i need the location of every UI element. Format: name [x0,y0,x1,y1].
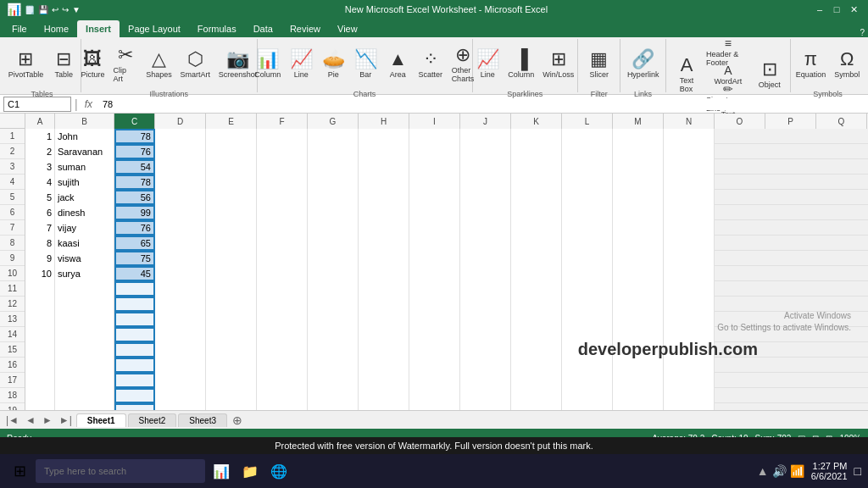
col-header-h[interactable]: H [359,114,409,129]
cell-f11[interactable] [257,281,308,297]
cell-d14[interactable] [155,327,206,342]
cell-d13[interactable] [155,312,206,327]
row-num-4[interactable]: 4 [0,175,25,190]
text-box-button[interactable]: A TextBox [671,51,702,98]
cell-f18[interactable] [257,388,308,403]
row-num-16[interactable]: 16 [0,358,25,373]
cell-l18[interactable] [562,388,613,403]
cell-c1[interactable]: 78 [114,129,155,144]
cell-n6[interactable] [664,205,715,220]
cell-c7[interactable]: 76 [114,220,155,236]
cell-e5[interactable] [206,190,257,205]
tab-view[interactable]: View [329,20,366,37]
cell-l17[interactable] [562,373,613,388]
cell-a17[interactable] [25,373,55,388]
cell-f19[interactable] [257,403,308,410]
cell-b10[interactable]: surya [55,266,114,281]
cell-a9[interactable]: 9 [25,251,55,266]
cell-g1[interactable] [308,129,359,144]
cell-l19[interactable] [562,403,613,410]
cell-e6[interactable] [206,205,257,220]
cell-g8[interactable] [308,236,359,251]
cell-e15[interactable] [206,342,257,358]
cell-j4[interactable] [460,175,511,190]
cell-d5[interactable] [155,190,206,205]
tab-insert[interactable]: Insert [77,20,120,37]
header-footer-button[interactable]: ≡ Header & Footer [704,41,753,63]
slicer-button[interactable]: ▦ Slicer [584,41,615,88]
cell-e17[interactable] [206,373,257,388]
cell-a13[interactable] [25,312,55,327]
row-num-7[interactable]: 7 [0,220,25,236]
cell-e11[interactable] [206,281,257,297]
cell-n18[interactable] [664,388,715,403]
cell-d8[interactable] [155,236,206,251]
col-header-e[interactable]: E [206,114,257,129]
cell-d1[interactable] [155,129,206,144]
equation-button[interactable]: π Equation [793,41,830,88]
col-header-m[interactable]: M [613,114,664,129]
sheet-tab-1[interactable]: Sheet1 [76,413,126,427]
column-chart-button[interactable]: 📊 Column [251,41,284,88]
cell-b6[interactable]: dinesh [55,205,114,220]
cell-j18[interactable] [460,388,511,403]
row-num-14[interactable]: 14 [0,327,25,342]
cell-k10[interactable] [511,266,562,281]
cell-i3[interactable] [409,159,460,175]
cell-n10[interactable] [664,266,715,281]
cell-m2[interactable] [613,144,664,159]
cell-d19[interactable] [155,403,206,410]
sheet-nav-first[interactable]: |◄ [3,414,21,426]
cell-i19[interactable] [409,403,460,410]
cell-k1[interactable] [511,129,562,144]
cell-n3[interactable] [664,159,715,175]
area-chart-button[interactable]: ▲ Area [382,41,413,88]
cell-a10[interactable]: 10 [25,266,55,281]
cell-d3[interactable] [155,159,206,175]
cell-e12[interactable] [206,297,257,312]
sheet-add-button[interactable]: ⊕ [229,413,246,427]
cell-a3[interactable]: 3 [25,159,55,175]
cell-m10[interactable] [613,266,664,281]
cell-g15[interactable] [308,342,359,358]
cell-j9[interactable] [460,251,511,266]
cell-k2[interactable] [511,144,562,159]
sheet-nav-next[interactable]: ► [40,414,55,426]
cell-g18[interactable] [308,388,359,403]
cell-j2[interactable] [460,144,511,159]
sparkline-winloss-button[interactable]: ⊞ Win/Loss [539,41,577,88]
cell-a19[interactable] [25,403,55,410]
tab-file[interactable]: File [3,20,36,37]
cell-a5[interactable]: 5 [25,190,55,205]
row-num-15[interactable]: 15 [0,342,25,358]
cell-a18[interactable] [25,388,55,403]
cell-g10[interactable] [308,266,359,281]
sparkline-column-button[interactable]: ▐ Column [504,41,537,88]
cell-k18[interactable] [511,388,562,403]
cell-a15[interactable] [25,342,55,358]
cell-j13[interactable] [460,312,511,327]
cell-m15[interactable] [613,342,664,358]
row-num-11[interactable]: 11 [0,281,25,297]
cell-g12[interactable] [308,297,359,312]
cell-g2[interactable] [308,144,359,159]
cell-d4[interactable] [155,175,206,190]
cell-n19[interactable] [664,403,715,410]
cell-i10[interactable] [409,266,460,281]
cell-k15[interactable] [511,342,562,358]
cell-i2[interactable] [409,144,460,159]
cell-j19[interactable] [460,403,511,410]
cell-k6[interactable] [511,205,562,220]
cell-h17[interactable] [359,373,409,388]
cell-n9[interactable] [664,251,715,266]
col-header-f[interactable]: F [257,114,308,129]
cell-b8[interactable]: kaasi [55,236,114,251]
cell-b12[interactable] [55,297,114,312]
cell-g3[interactable] [308,159,359,175]
cell-i13[interactable] [409,312,460,327]
cell-m16[interactable] [613,358,664,373]
col-header-b[interactable]: B [55,114,114,129]
cell-j17[interactable] [460,373,511,388]
cell-h1[interactable] [359,129,409,144]
taskbar-browser-icon[interactable]: 🌐 [266,458,292,484]
